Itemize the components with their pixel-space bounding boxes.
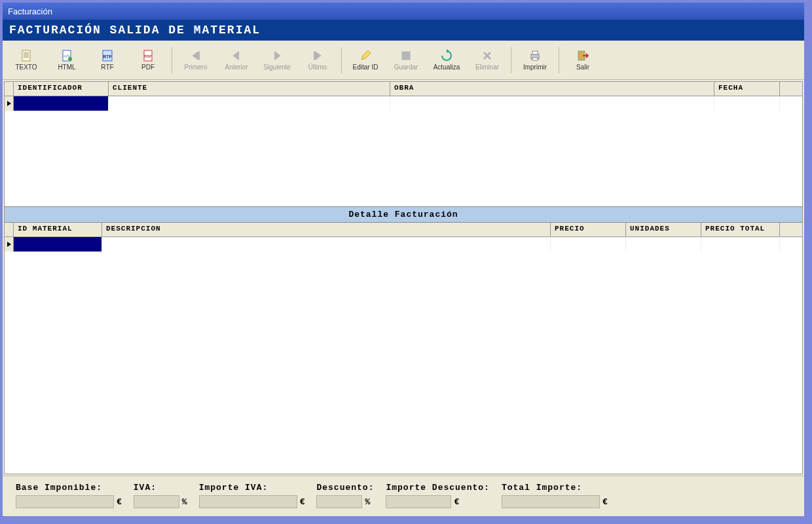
toolbar-html-label: HTML xyxy=(58,64,75,71)
importe-iva-label: Importe IVA: xyxy=(199,483,305,493)
grid-detalle: ID MATERIALDESCRIPCIONPRECIOUNIDADESPREC… xyxy=(5,223,802,474)
toolbar-editar-button[interactable]: Editar ID xyxy=(346,44,385,77)
svg-rect-0 xyxy=(22,50,30,61)
toolbar-ultimo-button: Último xyxy=(298,44,337,77)
grid-factura: IDENTIFICADORCLIENTEOBRAFECHA xyxy=(5,82,802,206)
iva-unit: % xyxy=(182,497,187,507)
toolbar-anterior-label: Anterior xyxy=(225,64,248,71)
grid-factura-header-row: IDENTIFICADORCLIENTEOBRAFECHA xyxy=(5,82,802,96)
print-icon xyxy=(528,49,542,62)
toolbar: TEXTO</>HTMLRTFRTFPDFPDFPrimeroAnteriorS… xyxy=(3,41,804,80)
total-importe-unit: € xyxy=(602,497,608,507)
grid-detalle-cell[interactable] xyxy=(102,237,551,252)
doc-pdf-icon: PDF xyxy=(141,49,155,62)
toolbar-separator xyxy=(559,47,559,73)
toolbar-editar-label: Editar ID xyxy=(353,64,378,71)
base-imponible-unit: € xyxy=(117,497,122,507)
grid-factura-cell[interactable] xyxy=(109,96,390,111)
toolbar-eliminar-button: Eliminar xyxy=(468,44,507,77)
descuento-group: Descuento: % xyxy=(316,483,374,508)
grid-detalle-col-precio[interactable]: PRECIO xyxy=(551,223,626,236)
svg-text:PDF: PDF xyxy=(144,54,152,58)
toolbar-primero-label: Primero xyxy=(184,64,207,71)
iva-input[interactable] xyxy=(134,495,179,508)
importe-iva-unit: € xyxy=(300,497,305,507)
toolbar-pdf-label: PDF xyxy=(141,64,155,71)
toolbar-rtf-button[interactable]: RTFRTF xyxy=(88,44,127,77)
toolbar-texto-button[interactable]: TEXTO xyxy=(7,44,46,77)
toolbar-actualiza-button[interactable]: Actualiza xyxy=(427,44,466,77)
grid-factura-cell[interactable] xyxy=(390,96,714,111)
grid-factura-col-identificador[interactable]: IDENTIFICADOR xyxy=(14,82,109,96)
importe-descuento-label: Importe Descuento: xyxy=(386,483,489,493)
save-icon xyxy=(399,49,413,62)
refresh-icon xyxy=(440,49,453,62)
toolbar-imprimir-button[interactable]: Imprimir xyxy=(515,44,555,77)
total-importe-label: Total Importe: xyxy=(502,483,608,493)
grid-factura-col-obra[interactable]: OBRA xyxy=(390,82,714,96)
importe-descuento-input[interactable] xyxy=(386,495,451,508)
grid-detalle-cell[interactable] xyxy=(626,237,701,252)
toolbar-guardar-button: Guardar xyxy=(386,44,426,77)
grid-factura-row[interactable] xyxy=(5,96,802,111)
grid-detalle-col-descripcion[interactable]: DESCRIPCION xyxy=(102,223,551,236)
grid-detalle-row[interactable] xyxy=(5,237,802,252)
toolbar-rtf-label: RTF xyxy=(101,64,113,71)
grid-detalle-col-precio-total[interactable]: PRECIO TOTAL xyxy=(701,223,780,236)
importe-iva-group: Importe IVA: € xyxy=(199,483,305,508)
row-cursor-icon xyxy=(5,96,14,111)
next-icon xyxy=(270,49,284,62)
toolbar-imprimir-label: Imprimir xyxy=(523,64,547,71)
section-header: FACTURACIÓN SALIDA DE MATERIAL xyxy=(3,20,804,41)
toolbar-guardar-label: Guardar xyxy=(394,64,418,71)
toolbar-siguiente-label: Siguiente xyxy=(263,64,291,71)
toolbar-siguiente-button: Siguiente xyxy=(257,44,297,77)
window-title: Facturación xyxy=(8,7,52,16)
toolbar-ultimo-label: Último xyxy=(308,64,327,71)
last-icon xyxy=(311,49,324,62)
base-imponible-label: Base Imponible: xyxy=(16,483,122,493)
detail-section-header: Detalle Facturación xyxy=(5,206,802,223)
descuento-label: Descuento: xyxy=(316,483,374,493)
grid-factura-col-cliente[interactable]: CLIENTE xyxy=(109,82,390,96)
row-indicator-header xyxy=(5,223,14,236)
edit-icon xyxy=(359,49,372,62)
importe-descuento-group: Importe Descuento: € xyxy=(386,483,489,508)
footer-totals: Base Imponible: € IVA: % Importe IVA: € … xyxy=(3,476,804,516)
grid-factura-cell[interactable] xyxy=(14,96,109,111)
iva-label: IVA: xyxy=(134,483,187,493)
svg-rect-11 xyxy=(402,52,410,60)
importe-descuento-unit: € xyxy=(454,497,459,507)
grid-detalle-col-id-material[interactable]: ID MATERIAL xyxy=(14,223,102,236)
toolbar-html-button[interactable]: </>HTML xyxy=(47,44,86,77)
toolbar-primero-button: Primero xyxy=(176,44,215,77)
grid-detalle-col-unidades[interactable]: UNIDADES xyxy=(626,223,701,236)
delete-icon xyxy=(481,49,494,62)
base-imponible-input[interactable] xyxy=(16,495,114,508)
grid-factura-col-fecha[interactable]: FECHA xyxy=(714,82,780,96)
svg-text:RTF: RTF xyxy=(103,54,112,59)
descuento-input[interactable] xyxy=(316,495,362,508)
toolbar-separator xyxy=(511,47,511,73)
toolbar-salir-button[interactable]: Salir xyxy=(563,44,602,77)
row-indicator-header xyxy=(5,82,14,96)
grid-detalle-cell[interactable] xyxy=(701,237,780,252)
grid-factura-body[interactable] xyxy=(5,96,802,206)
doc-text-icon xyxy=(20,49,33,62)
svg-point-6 xyxy=(68,57,72,61)
toolbar-anterior-button: Anterior xyxy=(217,44,256,77)
toolbar-eliminar-label: Eliminar xyxy=(475,64,499,71)
grid-factura-cell[interactable] xyxy=(714,96,780,111)
toolbar-pdf-button[interactable]: PDFPDF xyxy=(128,44,168,77)
svg-rect-13 xyxy=(532,51,538,54)
grid-detalle-body[interactable] xyxy=(5,237,802,474)
total-importe-input[interactable] xyxy=(502,495,600,508)
grid-detalle-cell[interactable] xyxy=(551,237,626,252)
importe-iva-input[interactable] xyxy=(199,495,297,508)
exit-icon xyxy=(576,49,589,62)
titlebar[interactable]: Facturación xyxy=(3,3,804,20)
first-icon xyxy=(189,49,202,62)
grid-detalle-cell[interactable] xyxy=(14,237,102,252)
descuento-unit: % xyxy=(365,497,370,507)
row-cursor-icon xyxy=(5,237,14,252)
